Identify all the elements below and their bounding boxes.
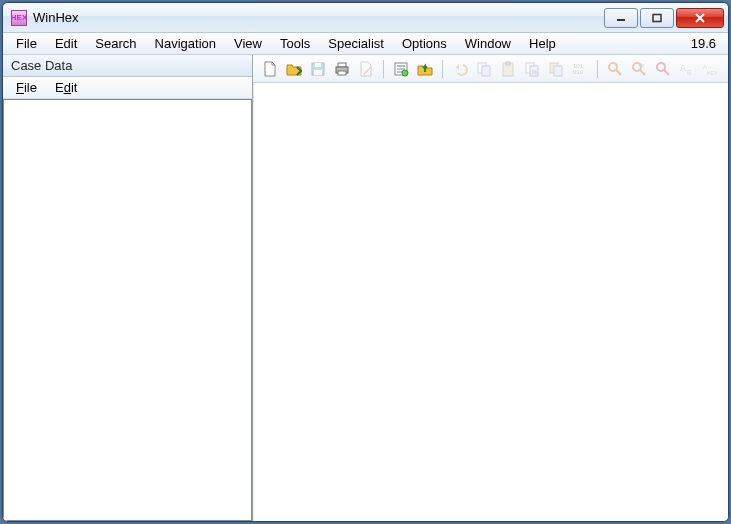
- menu-help[interactable]: Help: [520, 34, 565, 53]
- menubar: File Edit Search Navigation View Tools S…: [3, 33, 728, 55]
- menu-specialist[interactable]: Specialist: [319, 34, 393, 53]
- minimize-button[interactable]: [604, 8, 638, 28]
- toolbar-separator: [442, 60, 443, 78]
- menu-file[interactable]: File: [7, 34, 46, 53]
- svg-text:B: B: [687, 69, 692, 76]
- panel-menu-file[interactable]: File: [7, 78, 46, 97]
- toolbar: 0x 101010 0x AB: [253, 55, 728, 83]
- case-data-panel: Case Data File Edit: [3, 55, 253, 521]
- undo-icon: [449, 58, 471, 80]
- panel-menubar: File Edit: [3, 77, 252, 99]
- svg-text:0x: 0x: [532, 69, 538, 75]
- maximize-button[interactable]: [640, 8, 674, 28]
- replace-hex-icon: A→HEX: [700, 58, 722, 80]
- svg-line-27: [640, 70, 645, 75]
- svg-rect-16: [506, 62, 510, 65]
- svg-rect-5: [338, 63, 346, 67]
- paste-hex-icon: [545, 58, 567, 80]
- find-text-icon: [652, 58, 674, 80]
- open-folder-icon[interactable]: [283, 58, 305, 80]
- body: Case Data File Edit: [3, 55, 728, 521]
- svg-point-29: [657, 63, 665, 71]
- toolbar-separator: [597, 60, 598, 78]
- svg-text:010: 010: [573, 69, 584, 75]
- version-label: 19.6: [683, 34, 724, 53]
- panel-menu-edit[interactable]: Edit: [46, 78, 86, 97]
- find-hex-icon: 0x: [628, 58, 650, 80]
- folder-up-icon[interactable]: [414, 58, 436, 80]
- copy-hex-icon: 0x: [521, 58, 543, 80]
- menu-navigation[interactable]: Navigation: [146, 34, 225, 53]
- menu-window[interactable]: Window: [456, 34, 520, 53]
- svg-rect-14: [482, 66, 490, 76]
- app-window: HEX WinHex File Edit Search Navigation V…: [2, 2, 729, 522]
- menu-edit[interactable]: Edit: [46, 34, 86, 53]
- menu-view[interactable]: View: [225, 34, 271, 53]
- svg-rect-1: [653, 14, 661, 21]
- menu-options[interactable]: Options: [393, 34, 456, 53]
- properties-icon[interactable]: [390, 58, 412, 80]
- window-title: WinHex: [33, 10, 79, 25]
- hex-values-icon: 101010: [569, 58, 591, 80]
- svg-rect-21: [554, 66, 562, 76]
- svg-line-25: [616, 70, 621, 75]
- editor-area[interactable]: [253, 83, 728, 521]
- svg-rect-7: [338, 71, 346, 75]
- clipboard-icon: [497, 58, 519, 80]
- replace-icon: AB: [676, 58, 698, 80]
- find-icon: [604, 58, 626, 80]
- svg-line-30: [664, 70, 669, 75]
- app-icon: HEX: [11, 10, 27, 26]
- toolbar-separator: [383, 60, 384, 78]
- svg-point-12: [402, 70, 408, 76]
- close-button[interactable]: [676, 8, 724, 28]
- copy-block-icon: [473, 58, 495, 80]
- save-icon: [307, 58, 329, 80]
- window-controls: [604, 8, 724, 28]
- svg-point-24: [609, 63, 617, 71]
- svg-text:HEX: HEX: [707, 70, 718, 76]
- menu-tools[interactable]: Tools: [271, 34, 319, 53]
- svg-rect-3: [315, 63, 321, 67]
- print-icon[interactable]: [331, 58, 353, 80]
- panel-content: [3, 99, 252, 521]
- svg-text:0x: 0x: [639, 62, 645, 68]
- write-icon: [355, 58, 377, 80]
- svg-rect-4: [314, 70, 322, 75]
- titlebar: HEX WinHex: [3, 3, 728, 33]
- svg-text:A: A: [680, 63, 686, 73]
- new-file-icon[interactable]: [259, 58, 281, 80]
- panel-title: Case Data: [3, 55, 252, 77]
- menu-search[interactable]: Search: [86, 34, 145, 53]
- main-area: 0x 101010 0x AB: [253, 55, 728, 521]
